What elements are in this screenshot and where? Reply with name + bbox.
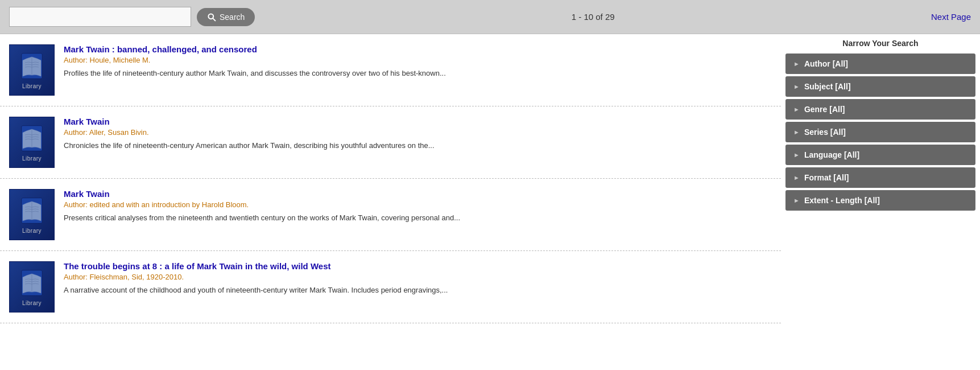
sidebar-title: Narrow Your Search (781, 34, 980, 54)
result-item-4: Library The trouble begins at 8 : a life… (0, 251, 781, 323)
filter-item-author[interactable]: ► Author [All] (785, 54, 975, 74)
filter-arrow-format: ► (793, 174, 800, 181)
result-desc-2: Chronicles the life of nineteenth-centur… (64, 140, 772, 151)
filter-label-series: Series [All] (804, 128, 846, 137)
svg-rect-4 (22, 54, 42, 79)
filter-item-format[interactable]: ► Format [All] (785, 167, 975, 188)
book-cover-label-4: Library (22, 300, 42, 306)
result-author-2: Author: Aller, Susan Bivin. (64, 128, 772, 137)
book-icon-3 (17, 196, 47, 225)
result-item-3: Library Mark Twain Author: edited and wi… (0, 179, 781, 251)
book-cover-label-1: Library (22, 83, 42, 89)
svg-rect-10 (22, 198, 42, 223)
results-count: 1 - 10 of 29 (260, 12, 925, 22)
result-info-3: Mark Twain Author: edited and with an in… (64, 189, 772, 224)
result-title-1[interactable]: Mark Twain : banned, challenged, and cen… (64, 44, 257, 54)
search-input[interactable]: mark twain (9, 7, 191, 27)
result-info-1: Mark Twain : banned, challenged, and cen… (64, 44, 772, 79)
book-icon-1 (17, 51, 47, 81)
result-desc-3: Presents critical analyses from the nine… (64, 212, 772, 224)
filter-label-author: Author [All] (804, 59, 848, 68)
result-info-4: The trouble begins at 8 : a life of Mark… (64, 261, 772, 296)
filter-label-extent: Extent - Length [All] (804, 196, 880, 205)
next-page-link[interactable]: Next Page (931, 12, 971, 22)
filter-item-series[interactable]: ► Series [All] (785, 122, 975, 142)
result-item-1: Library Mark Twain : banned, challenged,… (0, 34, 781, 106)
filter-item-language[interactable]: ► Language [All] (785, 145, 975, 165)
book-cover-label-2: Library (22, 155, 42, 162)
filter-label-subject: Subject [All] (804, 82, 851, 91)
result-info-2: Mark Twain Author: Aller, Susan Bivin. C… (64, 117, 772, 151)
book-cover-3: Library (9, 189, 55, 240)
filter-item-genre[interactable]: ► Genre [All] (785, 99, 975, 120)
result-title-3[interactable]: Mark Twain (64, 189, 110, 199)
results-area: Library Mark Twain : banned, challenged,… (0, 34, 781, 323)
filter-arrow-series: ► (793, 129, 800, 135)
result-author-4: Author: Fleischman, Sid, 1920-2010. (64, 273, 772, 281)
filter-arrow-subject: ► (793, 83, 800, 90)
book-icon-2 (17, 124, 47, 153)
book-cover-label-3: Library (22, 228, 42, 234)
filter-item-subject[interactable]: ► Subject [All] (785, 76, 975, 97)
result-desc-4: A narrative account of the childhood and… (64, 285, 772, 296)
main-layout: Library Mark Twain : banned, challenged,… (0, 34, 980, 323)
filter-arrow-extent: ► (793, 197, 800, 204)
filter-arrow-author: ► (793, 60, 800, 67)
svg-rect-7 (22, 126, 42, 151)
filter-label-format: Format [All] (804, 173, 849, 182)
book-cover-4: Library (9, 261, 55, 313)
book-cover-2: Library (9, 117, 55, 168)
result-item-2: Library Mark Twain Author: Aller, Susan … (0, 106, 781, 179)
result-title-4[interactable]: The trouble begins at 8 : a life of Mark… (64, 261, 331, 271)
svg-rect-13 (22, 270, 42, 295)
search-button-label: Search (220, 13, 245, 22)
filter-label-language: Language [All] (804, 150, 859, 159)
result-author-3: Author: edited and with an introduction … (64, 200, 772, 209)
svg-line-1 (213, 18, 215, 20)
filter-arrow-language: ► (793, 151, 800, 158)
search-bar: mark twain Search 1 - 10 of 29 Next Page (0, 0, 980, 34)
search-icon (207, 13, 216, 22)
search-button[interactable]: Search (197, 8, 255, 26)
result-author-1: Author: Houle, Michelle M. (64, 56, 772, 64)
filter-arrow-genre: ► (793, 106, 800, 113)
sidebar: Narrow Your Search ► Author [All] ► Subj… (781, 34, 980, 323)
result-desc-1: Profiles the life of nineteenth-century … (64, 68, 772, 79)
result-title-2[interactable]: Mark Twain (64, 117, 110, 126)
filter-item-extent[interactable]: ► Extent - Length [All] (785, 190, 975, 211)
book-cover-1: Library (9, 44, 55, 96)
filter-label-genre: Genre [All] (804, 105, 845, 114)
book-icon-4 (17, 268, 47, 298)
